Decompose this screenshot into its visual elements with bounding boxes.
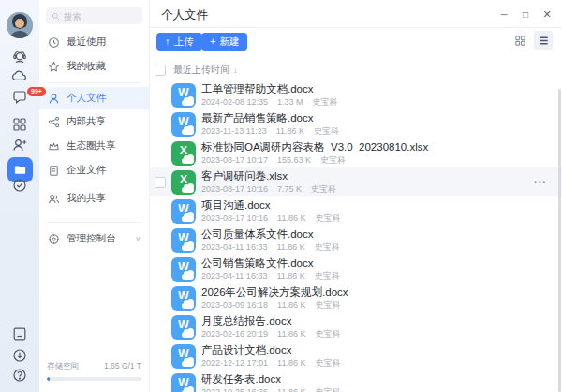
avatar[interactable] — [7, 12, 33, 38]
user-icon — [48, 93, 60, 105]
chat-icon[interactable] — [11, 89, 28, 106]
minimize-button[interactable]: ─ — [496, 7, 511, 22]
cloud-sync-icon — [182, 274, 194, 280]
sort-direction-icon[interactable]: ↓ — [233, 65, 238, 75]
file-size: 11.86 K — [277, 329, 305, 339]
file-date: 2023-03-09 16:18 — [201, 300, 268, 310]
close-button[interactable]: ✕ — [540, 7, 555, 22]
file-type-icon: X — [171, 141, 196, 166]
create-button[interactable]: + 新建 — [201, 33, 247, 51]
page-title: 个人文件 — [161, 7, 208, 23]
sidebar-item-favorites[interactable]: 我的收藏 — [39, 54, 149, 79]
file-row[interactable]: W 公司销售策略文件.docx 2023-04-11 16:33 11.86 K… — [150, 254, 562, 283]
file-row[interactable]: W 产品设计文档.docx 2022-12-12 17:01 11.86 K 史… — [150, 341, 562, 370]
app-window: 99+ — [0, 0, 562, 392]
storage-section: 存储空间 1.65 G/1 T — [39, 361, 149, 392]
file-row[interactable]: W 最新产品销售策略.docx 2023-11-13 11:23 11.86 K… — [150, 109, 562, 138]
file-row[interactable]: W 研发任务表.docx 2022-10-25 16:36 11.86 K 史宝… — [150, 370, 562, 392]
file-meta: 2023-04-11 16:33 11.86 K 史宝科 — [201, 271, 340, 281]
file-owner: 史宝科 — [315, 300, 340, 310]
file-size: 1.33 M — [277, 97, 303, 107]
customer-service-icon[interactable] — [11, 49, 28, 65]
cloud-sync-icon — [182, 245, 194, 251]
sidebar-item-label: 最近使用 — [67, 36, 106, 49]
file-owner: 史宝科 — [315, 358, 340, 368]
todo-check-icon[interactable] — [11, 177, 28, 194]
file-owner: 史宝科 — [315, 242, 340, 252]
file-row[interactable]: W 月度总结报告.docx 2023-02-16 20:19 11.86 K 史… — [150, 312, 562, 341]
list-header: 最近上传时间 ↓ — [150, 60, 562, 80]
sidebar-item-recent[interactable]: 最近使用 — [39, 30, 149, 54]
file-meta: 2023-03-09 16:18 11.86 K 史宝科 — [201, 300, 348, 310]
select-all-checkbox[interactable] — [155, 65, 166, 76]
file-size: 11.86 K — [277, 300, 305, 310]
console-gear-icon — [48, 233, 60, 245]
unread-count-badge: 99+ — [27, 87, 46, 96]
file-type-icon: W — [171, 83, 196, 108]
search-box[interactable] — [46, 7, 142, 24]
file-row[interactable]: W 公司质量体系文件.docx 2023-04-11 16:33 11.86 K… — [150, 225, 562, 254]
row-checkbox[interactable] — [155, 177, 166, 188]
file-row[interactable]: W 项目沟通.docx 2023-08-17 10:16 11.86 K 史宝科… — [150, 196, 562, 225]
users-icon — [48, 193, 60, 205]
sidebar-item-label: 管理控制台 — [67, 232, 116, 245]
storage-value: 1.65 G/1 T — [104, 361, 141, 372]
create-button-label: 新建 — [219, 36, 239, 49]
file-size: 7.75 K — [277, 184, 302, 194]
file-list: W 工单管理帮助文档.docx 2024-02-08 12:35 1.33 M … — [150, 80, 562, 392]
file-type-icon: W — [171, 373, 196, 392]
file-row[interactable]: W 工单管理帮助文档.docx 2024-02-08 12:35 1.33 M … — [150, 80, 562, 109]
file-owner: 史宝科 — [315, 213, 340, 223]
feedback-icon[interactable] — [11, 326, 28, 342]
crown-icon — [48, 140, 60, 152]
search-input[interactable] — [64, 11, 137, 22]
grid-view-icon[interactable] — [510, 31, 529, 50]
sidebar-item-ecosystem-share[interactable]: 生态圈共享 — [39, 134, 149, 158]
file-owner: 史宝科 — [315, 271, 340, 281]
file-size: 11.86 K — [277, 213, 305, 223]
clock-icon — [48, 36, 60, 49]
upload-button-label: 上传 — [174, 36, 194, 49]
file-row[interactable]: X 标准协同OA调研内容表格_V3.0_20230810.xlsx 2023-0… — [150, 138, 562, 167]
update-icon[interactable] — [11, 347, 28, 364]
upload-button[interactable]: ↑ 上传 — [156, 33, 202, 51]
cloud-sync-icon — [182, 158, 194, 164]
sort-label[interactable]: 最近上传时间 — [173, 64, 229, 77]
chevron-down-icon[interactable]: ∨ — [135, 235, 140, 243]
contacts-icon[interactable] — [11, 137, 28, 153]
file-size: 11.86 K — [276, 126, 304, 136]
file-type-icon: W — [171, 199, 196, 224]
plus-icon: + — [210, 36, 215, 47]
sidebar-item-personal-files[interactable]: 个人文件 — [39, 87, 149, 109]
scrollbar-thumb[interactable] — [558, 89, 561, 392]
file-name: 标准协同OA调研内容表格_V3.0_20230810.xlsx — [201, 141, 428, 153]
file-meta: 2023-08-17 10:16 11.86 K 史宝科 — [201, 213, 340, 223]
sidebar-item-enterprise-files[interactable]: 企业文件 — [39, 158, 149, 182]
cloud-icon[interactable] — [11, 67, 28, 84]
more-actions-icon[interactable]: ··· — [534, 177, 547, 188]
file-owner: 史宝科 — [320, 155, 346, 165]
sidebar-item-label: 我的共享 — [67, 192, 106, 205]
apps-grid-icon[interactable] — [11, 116, 28, 133]
help-icon[interactable] — [11, 367, 28, 384]
search-icon — [52, 12, 60, 21]
file-size: 11.86 K — [277, 358, 305, 368]
sidebar-item-my-share[interactable]: 我的共享 — [39, 186, 149, 211]
list-view-icon[interactable] — [534, 31, 553, 50]
file-meta: 2023-11-13 11:23 11.86 K 史宝科 — [201, 126, 339, 136]
file-size: 155.63 K — [277, 155, 311, 165]
file-date: 2023-08-17 10:17 — [201, 155, 268, 165]
file-name: 月度总结报告.docx — [201, 315, 340, 327]
file-owner: 史宝科 — [311, 184, 336, 194]
sidebar-item-internal-share[interactable]: 内部共享 — [39, 109, 149, 134]
file-date: 2023-11-13 11:23 — [201, 126, 267, 136]
cloud-sync-icon — [182, 332, 194, 338]
file-row[interactable]: X 客户调研问卷.xlsx 2023-08-17 10:16 7.75 K 史宝… — [150, 167, 562, 196]
maximize-button[interactable]: □ — [518, 7, 533, 22]
file-type-icon: W — [171, 228, 196, 253]
file-row[interactable]: W 2026年公司解决方案规划.docx 2023-03-09 16:18 11… — [150, 283, 562, 312]
sidebar-item-admin-console[interactable]: 管理控制台 ∨ — [39, 226, 149, 251]
file-type-icon: W — [171, 257, 196, 282]
file-date: 2023-04-11 16:33 — [201, 271, 267, 281]
file-name: 最新产品销售策略.docx — [201, 112, 339, 124]
